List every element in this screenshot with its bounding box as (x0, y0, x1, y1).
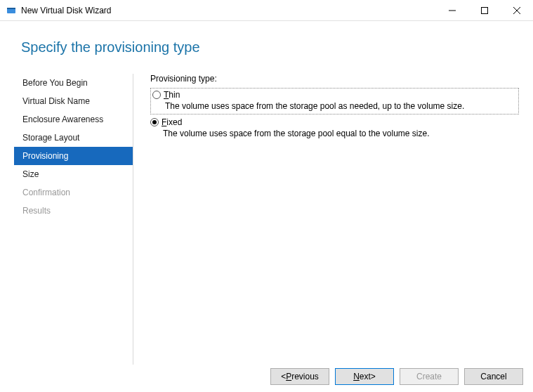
sidebar-item-enclosure-awareness[interactable]: Enclosure Awareness (14, 110, 133, 129)
sidebar-item-before-you-begin[interactable]: Before You Begin (14, 74, 133, 92)
radio-description: The volume uses space from the storage p… (150, 129, 519, 138)
wizard-app-icon (6, 5, 17, 16)
minimize-button[interactable] (436, 0, 468, 20)
page-heading: Specify the provisioning type (0, 21, 533, 55)
provisioning-type-label: Provisioning type: (150, 74, 519, 84)
svg-rect-3 (482, 7, 488, 13)
radio-description: The volume uses space from the storage p… (152, 101, 517, 111)
radio-indicator-icon (150, 118, 159, 126)
radio-indicator-icon (152, 91, 161, 99)
radio-thin[interactable]: Thin (152, 90, 517, 100)
svg-rect-1 (7, 8, 15, 9)
provisioning-option-fixed: FixedThe volume uses space from the stor… (150, 117, 519, 138)
sidebar-item-virtual-disk-name[interactable]: Virtual Disk Name (14, 92, 133, 110)
radio-label: Thin (164, 90, 180, 100)
wizard-footer: < Previous Next > Create Cancel (10, 360, 523, 385)
radio-label: Fixed (162, 117, 182, 127)
sidebar-item-storage-layout[interactable]: Storage Layout (14, 129, 133, 147)
maximize-button[interactable] (468, 0, 501, 20)
sidebar-item-results: Results (14, 202, 133, 220)
main-panel: Provisioning type: ThinThe volume uses s… (133, 74, 533, 365)
create-button: Create (400, 368, 459, 385)
sidebar-item-size[interactable]: Size (14, 165, 133, 183)
window-controls (436, 0, 533, 20)
cancel-button[interactable]: Cancel (464, 368, 523, 385)
radio-fixed[interactable]: Fixed (150, 117, 519, 127)
provisioning-option-thin: ThinThe volume uses space from the stora… (150, 88, 519, 115)
wizard-steps-sidebar: Before You BeginVirtual Disk NameEnclosu… (0, 74, 133, 365)
previous-button[interactable]: < Previous (270, 368, 329, 385)
window-title: New Virtual Disk Wizard (21, 6, 436, 15)
close-button[interactable] (501, 0, 533, 20)
sidebar-item-provisioning[interactable]: Provisioning (14, 147, 133, 165)
next-button[interactable]: Next > (335, 368, 394, 385)
titlebar: New Virtual Disk Wizard (0, 0, 533, 21)
sidebar-item-confirmation: Confirmation (14, 183, 133, 202)
